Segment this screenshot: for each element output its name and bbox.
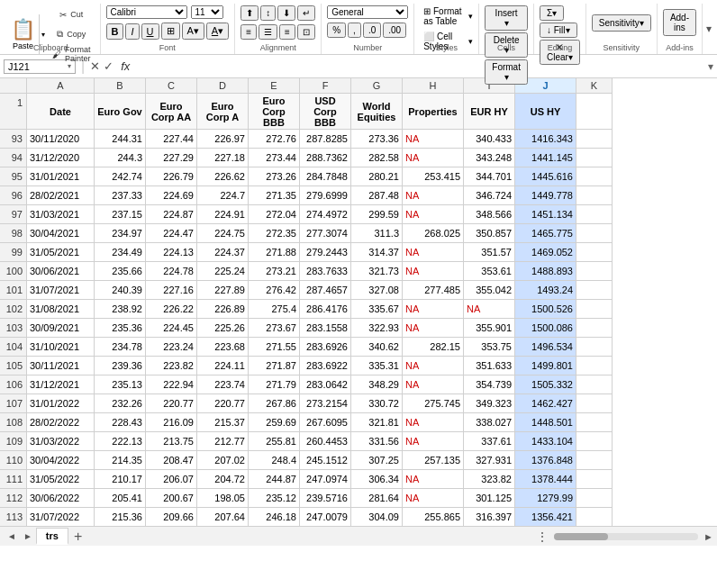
- cell-I108[interactable]: 338.027: [464, 413, 515, 432]
- cell-J99[interactable]: 1469.052: [515, 243, 576, 262]
- cell-E1[interactable]: Euro Corp BBB: [249, 94, 300, 130]
- row-number[interactable]: 99: [0, 243, 27, 262]
- cell-C113[interactable]: 209.66: [146, 508, 197, 526]
- cell-G109[interactable]: 331.56: [351, 432, 403, 451]
- cell-B94[interactable]: 244.3: [95, 149, 146, 167]
- cell-J112[interactable]: 1279.99: [515, 489, 576, 508]
- cell-H104[interactable]: 282.15: [403, 338, 464, 357]
- col-header-H[interactable]: H: [403, 78, 464, 94]
- cell-E100[interactable]: 273.21: [249, 262, 300, 281]
- row-number[interactable]: 94: [0, 149, 27, 167]
- cell-D101[interactable]: 227.89: [197, 281, 249, 300]
- cell-F108[interactable]: 267.6095: [300, 413, 351, 432]
- row-number[interactable]: 104: [0, 338, 27, 357]
- cell-K101[interactable]: [576, 281, 613, 300]
- cell-I93[interactable]: 340.433: [464, 130, 515, 149]
- cell-J97[interactable]: 1451.134: [515, 205, 576, 224]
- cell-A99[interactable]: 31/05/2021: [27, 243, 95, 262]
- cell-H112[interactable]: NA: [403, 489, 464, 508]
- copy-button[interactable]: ⧉ Copy: [49, 25, 95, 43]
- autosum-button[interactable]: Σ▾: [540, 5, 564, 21]
- cell-K99[interactable]: [576, 243, 613, 262]
- cell-A112[interactable]: 30/06/2022: [27, 489, 95, 508]
- row-number[interactable]: 108: [0, 413, 27, 432]
- cell-G112[interactable]: 281.64: [351, 489, 403, 508]
- formula-bar-expand-icon[interactable]: ▾: [708, 60, 713, 73]
- cell-D94[interactable]: 227.18: [197, 149, 249, 167]
- cell-D96[interactable]: 224.7: [197, 186, 249, 205]
- cell-A111[interactable]: 31/05/2022: [27, 470, 95, 489]
- cell-K109[interactable]: [576, 432, 613, 451]
- cell-H93[interactable]: NA: [403, 130, 464, 149]
- cell-E105[interactable]: 271.87: [249, 357, 300, 375]
- cell-D97[interactable]: 224.91: [197, 205, 249, 224]
- cell-J105[interactable]: 1499.801: [515, 357, 576, 375]
- cell-H108[interactable]: NA: [403, 413, 464, 432]
- cell-C111[interactable]: 206.07: [146, 470, 197, 489]
- cell-K93[interactable]: [576, 130, 613, 149]
- cell-I1[interactable]: EUR HY: [464, 94, 515, 130]
- cell-E99[interactable]: 271.88: [249, 243, 300, 262]
- cell-A98[interactable]: 30/04/2021: [27, 224, 95, 243]
- cell-F112[interactable]: 239.5716: [300, 489, 351, 508]
- horizontal-scrollbar[interactable]: [554, 533, 698, 540]
- cell-I102[interactable]: NA: [464, 300, 515, 319]
- cell-G107[interactable]: 330.72: [351, 394, 403, 413]
- cell-J102[interactable]: 1500.526: [515, 300, 576, 319]
- row-number[interactable]: 98: [0, 224, 27, 243]
- cell-D109[interactable]: 212.77: [197, 432, 249, 451]
- cell-E110[interactable]: 248.4: [249, 451, 300, 470]
- row-number[interactable]: 1: [0, 94, 27, 130]
- cell-J106[interactable]: 1505.332: [515, 375, 576, 394]
- cell-F103[interactable]: 283.1558: [300, 319, 351, 338]
- italic-button[interactable]: I: [125, 23, 139, 40]
- cell-B1[interactable]: Euro Gov: [95, 94, 146, 130]
- cell-H110[interactable]: 257.135: [403, 451, 464, 470]
- cell-J1[interactable]: US HY: [515, 94, 576, 130]
- row-number[interactable]: 109: [0, 432, 27, 451]
- cell-F106[interactable]: 283.0642: [300, 375, 351, 394]
- cell-H113[interactable]: 255.865: [403, 508, 464, 526]
- col-header-C[interactable]: C: [146, 78, 197, 94]
- cell-F109[interactable]: 260.4453: [300, 432, 351, 451]
- align-right-button[interactable]: ≡: [279, 24, 295, 40]
- percent-button[interactable]: %: [327, 23, 346, 38]
- cell-C104[interactable]: 223.24: [146, 338, 197, 357]
- sheet-tab-trs[interactable]: trs: [36, 528, 68, 545]
- cell-E98[interactable]: 272.35: [249, 224, 300, 243]
- cell-E108[interactable]: 259.69: [249, 413, 300, 432]
- cell-J96[interactable]: 1449.778: [515, 186, 576, 205]
- cell-E104[interactable]: 271.55: [249, 338, 300, 357]
- col-header-G[interactable]: G: [351, 78, 403, 94]
- wrap-text-button[interactable]: ↵: [297, 5, 315, 21]
- comma-button[interactable]: ,: [348, 23, 361, 38]
- cell-C103[interactable]: 224.45: [146, 319, 197, 338]
- cell-G103[interactable]: 322.93: [351, 319, 403, 338]
- row-number[interactable]: 105: [0, 357, 27, 375]
- cell-B108[interactable]: 228.43: [95, 413, 146, 432]
- cell-G1[interactable]: World Equities: [351, 94, 403, 130]
- cell-G95[interactable]: 280.21: [351, 167, 403, 186]
- cell-K1[interactable]: [576, 94, 613, 130]
- cell-I105[interactable]: 351.633: [464, 357, 515, 375]
- cell-B97[interactable]: 237.15: [95, 205, 146, 224]
- cell-D1[interactable]: Euro Corp A: [197, 94, 249, 130]
- cell-C109[interactable]: 213.75: [146, 432, 197, 451]
- cell-C110[interactable]: 208.47: [146, 451, 197, 470]
- cell-D110[interactable]: 207.02: [197, 451, 249, 470]
- number-format-select[interactable]: General: [327, 5, 408, 19]
- cell-A104[interactable]: 31/10/2021: [27, 338, 95, 357]
- cell-J95[interactable]: 1445.616: [515, 167, 576, 186]
- increase-decimal-button[interactable]: .0: [363, 23, 381, 38]
- cell-B110[interactable]: 214.35: [95, 451, 146, 470]
- cell-C105[interactable]: 223.82: [146, 357, 197, 375]
- format-button[interactable]: Format ▾: [485, 59, 528, 85]
- cell-G108[interactable]: 321.81: [351, 413, 403, 432]
- row-number[interactable]: 113: [0, 508, 27, 526]
- cell-A1[interactable]: Date: [27, 94, 95, 130]
- cell-F95[interactable]: 284.7848: [300, 167, 351, 186]
- cell-H95[interactable]: 253.415: [403, 167, 464, 186]
- cell-F105[interactable]: 283.6922: [300, 357, 351, 375]
- border-button[interactable]: ⊞: [161, 23, 180, 40]
- cell-A101[interactable]: 31/07/2021: [27, 281, 95, 300]
